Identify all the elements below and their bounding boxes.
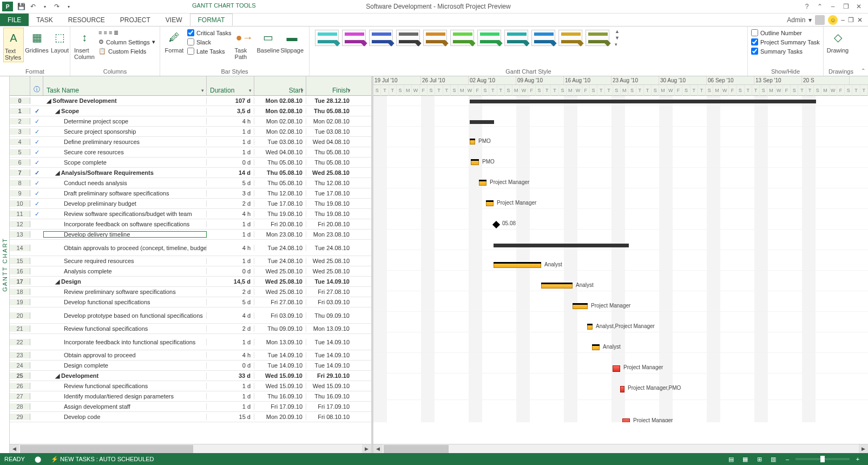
- task-path-button[interactable]: ●→Task Path: [234, 28, 255, 61]
- task-name-cell[interactable]: Secure project sponsorship: [43, 128, 207, 135]
- table-row[interactable]: 4 ✓ Define preliminary resources 1 d Tue…: [10, 137, 371, 147]
- row-number[interactable]: 17: [10, 278, 30, 285]
- chart-row[interactable]: Project Manager: [373, 363, 868, 374]
- gantt-bar[interactable]: [622, 418, 630, 422]
- table-row[interactable]: 9 ✓ Draft preliminary software specifica…: [10, 188, 371, 199]
- task-name-cell[interactable]: Incorporate feedback into functional spe…: [43, 339, 207, 345]
- task-name-cell[interactable]: Develop prototype based on functional sp…: [43, 312, 207, 319]
- gallery-more[interactable]: ▾: [615, 42, 620, 47]
- gantt-style-swatch[interactable]: [558, 30, 582, 46]
- start-cell[interactable]: Wed 15.09.10: [254, 372, 306, 379]
- row-number[interactable]: 7: [10, 169, 30, 176]
- duration-cell[interactable]: 1 d: [207, 393, 254, 399]
- task-name-cell[interactable]: Review preliminary software specificatio…: [43, 289, 207, 295]
- row-number[interactable]: 16: [10, 268, 30, 274]
- row-number[interactable]: 3: [10, 128, 30, 135]
- row-number[interactable]: 15: [10, 258, 30, 264]
- task-name-cell[interactable]: Draft preliminary software specification…: [43, 190, 207, 197]
- start-cell[interactable]: Mon 20.09.10: [254, 414, 306, 420]
- start-cell[interactable]: Wed 15.09.10: [254, 383, 306, 389]
- gallery-scroll-up[interactable]: ▲: [615, 29, 620, 34]
- table-row[interactable]: 1 ✓ ◢ Scope 3,5 d Mon 02.08.10 Thu 05.08…: [10, 106, 371, 116]
- chart-row[interactable]: PMO: [373, 137, 868, 147]
- view-calendar-icon[interactable]: ▥: [767, 454, 779, 464]
- chart-row[interactable]: [373, 240, 868, 250]
- duration-cell[interactable]: 4 h: [207, 118, 254, 125]
- finish-cell[interactable]: Tue 14.09.10: [306, 339, 353, 345]
- start-cell[interactable]: Thu 05.08.10: [254, 180, 306, 186]
- gantt-style-swatch[interactable]: [342, 30, 366, 46]
- finish-cell[interactable]: Tue 03.08.10: [306, 128, 353, 135]
- ribbon-collapse-button[interactable]: ⌃: [815, 3, 825, 10]
- task-name-cell[interactable]: Secure core resources: [43, 149, 207, 155]
- finish-cell[interactable]: Thu 05.08.10: [306, 149, 353, 155]
- finish-cell[interactable]: Wed 15.09.10: [306, 383, 353, 389]
- finish-cell[interactable]: Wed 25.08.10: [306, 258, 353, 264]
- finish-cell[interactable]: Fri 27.08.10: [306, 289, 353, 295]
- duration-cell[interactable]: 14,5 d: [207, 278, 254, 285]
- chart-scroll-left-icon[interactable]: ◀: [373, 444, 383, 454]
- table-row[interactable]: 29 Develop code 15 d Mon 20.09.10 Fri 08…: [10, 412, 371, 422]
- start-cell[interactable]: Fri 20.08.10: [254, 221, 306, 227]
- start-cell[interactable]: Wed 04.08.10: [254, 149, 306, 155]
- gantt-style-swatch[interactable]: [315, 30, 339, 46]
- row-number[interactable]: 12: [10, 221, 30, 227]
- finish-cell[interactable]: Fri 29.10.10: [306, 372, 353, 379]
- task-name-cell[interactable]: Determine project scope: [43, 118, 207, 125]
- duration-cell[interactable]: 0 d: [207, 159, 254, 166]
- outline-number-checkbox[interactable]: Outline Number: [751, 29, 820, 37]
- gantt-style-swatch[interactable]: [477, 30, 501, 46]
- row-number[interactable]: 18: [10, 289, 30, 295]
- scroll-left-icon[interactable]: ◀: [10, 444, 19, 454]
- chart-row[interactable]: [373, 96, 868, 106]
- tab-resource[interactable]: RESOURCE: [61, 14, 113, 26]
- gantt-style-swatch[interactable]: [531, 30, 555, 46]
- finish-column-header[interactable]: Finish▾: [306, 76, 353, 95]
- duration-cell[interactable]: 4 h: [207, 211, 254, 217]
- baseline-button[interactable]: ▭Baseline: [258, 28, 279, 55]
- chart-row[interactable]: 05.08: [373, 219, 868, 230]
- gridlines-button[interactable]: ▦Gridlines: [26, 28, 48, 55]
- start-cell[interactable]: Mon 23.08.10: [254, 231, 306, 238]
- finish-cell[interactable]: Thu 05.08.10: [306, 159, 353, 166]
- task-name-cell[interactable]: ◢ Development: [43, 372, 207, 379]
- finish-cell[interactable]: Thu 19.08.10: [306, 211, 353, 217]
- tab-task[interactable]: TASK: [29, 14, 60, 26]
- start-cell[interactable]: Mon 13.09.10: [254, 339, 306, 345]
- finish-cell[interactable]: Fri 08.10.10: [306, 414, 353, 420]
- duration-cell[interactable]: 1 d: [207, 128, 254, 135]
- duration-cell[interactable]: 2 d: [207, 200, 254, 207]
- duration-cell[interactable]: 1 d: [207, 149, 254, 155]
- task-name-cell[interactable]: ◢ Software Development: [43, 97, 207, 104]
- restore-button[interactable]: ❐: [841, 3, 851, 10]
- gantt-bar[interactable]: [470, 100, 816, 103]
- table-row[interactable]: 7 ✓ ◢ Analysis/Software Requirements 14 …: [10, 168, 371, 178]
- start-column-header[interactable]: Start▾: [254, 76, 306, 95]
- grid-hscroll[interactable]: ◀ ▶: [10, 444, 371, 453]
- row-number[interactable]: 19: [10, 299, 30, 305]
- duration-cell[interactable]: 5 d: [207, 299, 254, 305]
- table-row[interactable]: 5 ✓ Secure core resources 1 d Wed 04.08.…: [10, 147, 371, 158]
- chart-row[interactable]: Project Manager: [373, 178, 868, 188]
- start-cell[interactable]: Fri 17.09.10: [254, 403, 306, 410]
- slack-checkbox[interactable]: Slack: [187, 38, 232, 46]
- duration-cell[interactable]: 0 d: [207, 268, 254, 274]
- task-name-cell[interactable]: Identify modular/tiered design parameter…: [43, 393, 207, 399]
- minimize-button[interactable]: –: [828, 3, 838, 10]
- task-name-cell[interactable]: Develop code: [43, 414, 207, 420]
- inner-minimize[interactable]: –: [841, 16, 845, 24]
- macro-icon[interactable]: ⬤: [35, 456, 41, 463]
- finish-cell[interactable]: Mon 23.08.10: [306, 231, 353, 238]
- task-name-cell[interactable]: Review functional specifications: [43, 325, 207, 332]
- row-number[interactable]: 14: [10, 245, 30, 251]
- start-cell[interactable]: Mon 02.08.10: [254, 97, 306, 104]
- inner-restore[interactable]: ❐: [848, 16, 854, 24]
- gantt-style-swatch[interactable]: [423, 30, 447, 46]
- row-number[interactable]: 8: [10, 180, 30, 186]
- task-name-cell[interactable]: Design complete: [43, 362, 207, 369]
- duration-column-header[interactable]: Duration▾: [207, 76, 254, 95]
- start-cell[interactable]: Tue 14.09.10: [254, 352, 306, 358]
- table-row[interactable]: 6 ✓ Scope complete 0 d Thu 05.08.10 Thu …: [10, 158, 371, 168]
- table-row[interactable]: 20 Develop prototype based on functional…: [10, 307, 371, 324]
- chart-scroll-right-icon[interactable]: ▶: [859, 444, 868, 454]
